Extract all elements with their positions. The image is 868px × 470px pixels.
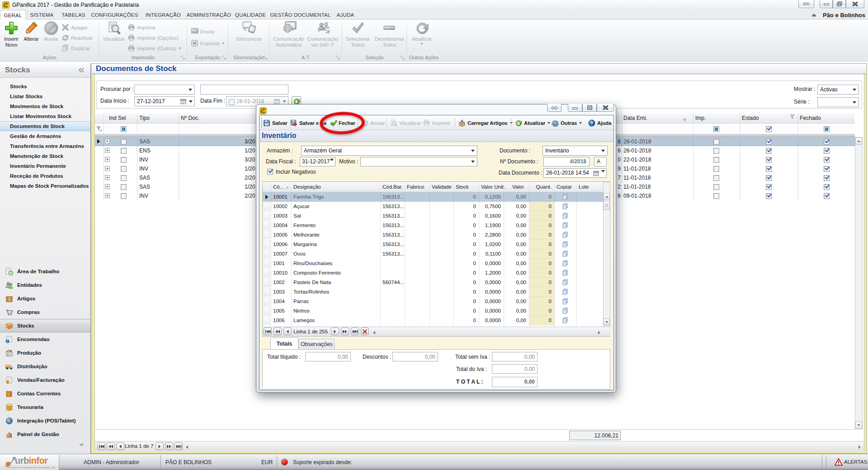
next-page-button[interactable] <box>156 442 164 450</box>
nav-item-integra-o-pos-tablet-[interactable]: Integração (POS/Tablet) <box>0 414 90 427</box>
hscroll-left-icon[interactable] <box>185 444 189 451</box>
column-header-fabrico[interactable]: Fabrico <box>407 184 424 190</box>
sidebar-item-manuten-o-de-stock[interactable]: Manutenção de Stock <box>0 151 90 161</box>
dropdown-caret-icon[interactable] <box>188 97 194 105</box>
scroll-up-button[interactable] <box>855 138 862 145</box>
copy-cell-icon[interactable] <box>562 289 568 295</box>
sidebar-item-rece-o-de-produtos[interactable]: Receção de Produtos <box>0 171 90 181</box>
row-imp-checkbox[interactable] <box>713 175 719 181</box>
data-fiscal-select[interactable]: 31-12-2017 <box>300 157 335 166</box>
dropdown-caret-icon[interactable] <box>601 172 605 179</box>
tab-gest-o-documental[interactable]: GESTÃO DOCUMENTAL <box>269 10 331 19</box>
row-indsel-checkbox[interactable] <box>121 157 127 163</box>
toolbar-button-anular[interactable]: Anular <box>361 118 385 128</box>
resize-arrows-icon[interactable] <box>547 104 561 112</box>
ribbon-button-visualizar[interactable]: Visualizar <box>104 21 124 42</box>
mostrar-select[interactable]: Activas <box>817 85 859 95</box>
close-icon[interactable] <box>597 104 614 112</box>
nav-item-stocks[interactable]: Stocks <box>0 319 90 332</box>
tab-observa-es[interactable]: Observações <box>299 339 335 349</box>
tab-tabelas[interactable]: TABELAS <box>58 10 89 19</box>
inventory-row[interactable]: 10010Composto Fermento01,20000,000 <box>263 268 603 278</box>
data-fim-checkbox[interactable] <box>229 99 235 105</box>
scroll-down-button[interactable] <box>604 318 610 325</box>
row-estado-checkbox[interactable] <box>766 157 772 163</box>
toolbar-button-outras[interactable]: Outras <box>552 118 582 128</box>
inventory-row[interactable]: 1005Ninhos00,00000,000 <box>263 306 603 316</box>
toolbar-button-salvar[interactable]: Salvar <box>263 118 288 128</box>
descontos-field[interactable]: 0,00 <box>392 352 438 361</box>
inventory-row[interactable]: 10002Açucar156313...00,75000,000 <box>263 202 603 211</box>
row-estado-checkbox[interactable] <box>766 184 772 190</box>
column-header-c-[interactable]: Có... <box>273 184 284 190</box>
tab-sistema[interactable]: SISTEMA <box>26 10 58 19</box>
row-expander[interactable]: + <box>105 184 110 189</box>
data-documento-field[interactable]: 26-01-2018 14:54 <box>543 168 607 178</box>
copy-cell-icon[interactable] <box>562 298 568 304</box>
row-estado-checkbox[interactable] <box>766 166 772 172</box>
nav-item-encomendas[interactable]: iEncomendas <box>0 332 90 346</box>
copy-cell-icon[interactable] <box>562 251 568 257</box>
last-page-button[interactable] <box>351 328 359 335</box>
prevpage-page-button[interactable] <box>274 328 282 335</box>
ribbon-button-atualizar[interactable]: Atualizar <box>408 21 436 45</box>
row-imp-checkbox[interactable] <box>713 139 719 145</box>
scroll-up-button[interactable] <box>604 193 610 200</box>
last-page-button[interactable] <box>175 442 183 450</box>
total-field[interactable]: 0,00 <box>492 377 538 387</box>
row-indsel-checkbox[interactable] <box>121 166 127 172</box>
column-header-lote[interactable]: Lote <box>579 184 589 190</box>
inventory-row[interactable]: 10001Farinha Trigo156313...00,12000,000 <box>263 192 603 202</box>
inventory-row[interactable]: 10007Ovos156313...00,11000,000 <box>263 249 603 259</box>
chevron-down-icon[interactable] <box>79 442 84 446</box>
inventory-row[interactable]: 1001Rins/Douchaises00,00000,000 <box>263 259 603 268</box>
total-do-iva-field[interactable]: 0,00 <box>492 364 538 374</box>
copy-cell-icon[interactable] <box>562 222 568 228</box>
row-estado-checkbox[interactable] <box>766 148 772 154</box>
nav-item-tesouraria[interactable]: Tesouraria <box>0 400 90 414</box>
copy-cell-icon[interactable] <box>562 270 568 276</box>
inventory-row[interactable]: 1006Lamegos00,00000,000 <box>263 316 603 325</box>
serie-select[interactable] <box>817 97 859 107</box>
sidebar-item-transfer-ncia-entre-armaz-ns[interactable]: Transferência entre Armazéns <box>0 141 90 151</box>
procurar-por-select[interactable] <box>134 85 195 95</box>
ribbon-button-sincronizar[interactable]: Sincronizar <box>233 21 265 42</box>
chevron-up-icon[interactable] <box>811 12 817 18</box>
row-indsel-checkbox[interactable] <box>121 175 127 181</box>
tab-geral[interactable]: GERAL <box>0 10 26 20</box>
inventory-row[interactable]: 10004Fermento156313...01,19000,000 <box>263 221 603 230</box>
row-expander[interactable]: + <box>105 139 110 144</box>
dropdown-caret-icon[interactable] <box>469 147 476 155</box>
nextpage-page-button[interactable] <box>165 442 173 450</box>
toolbar-button-visualizar[interactable]: Visualizar <box>390 118 421 128</box>
row-indsel-checkbox[interactable] <box>121 139 127 145</box>
tab-administra-o[interactable]: ADMINISTRAÇÃO <box>186 10 231 19</box>
row-indsel-checkbox[interactable] <box>121 184 127 190</box>
toolbar-button-fechar[interactable]: Fechar <box>330 118 355 128</box>
prev-page-button[interactable] <box>116 442 124 450</box>
close-icon[interactable] <box>846 0 864 8</box>
sidebar-item-stocks[interactable]: Stocks <box>0 81 90 91</box>
tab-totais[interactable]: Totais <box>270 337 298 349</box>
chevrons-left-icon[interactable] <box>78 67 85 73</box>
nav-item-contas-correntes[interactable]: Contas Correntes <box>0 387 90 400</box>
column-header-copiar[interactable]: Copiar <box>557 184 572 190</box>
row-expander[interactable]: + <box>105 166 110 171</box>
ribbon-button-duplicar[interactable]: Duplicar <box>62 44 98 52</box>
status-alerts[interactable]: ALERTAS <box>844 459 867 465</box>
row-fechado-checkbox[interactable] <box>824 157 830 163</box>
dropdown-caret-icon[interactable] <box>330 161 334 167</box>
dropdown-caret-icon[interactable] <box>599 147 607 155</box>
column-header-tipo[interactable]: Tipo <box>139 115 150 121</box>
nav-item-entidades[interactable]: Entidades <box>0 278 90 292</box>
prevpage-page-button[interactable] <box>107 442 115 450</box>
copy-cell-icon[interactable] <box>562 279 568 285</box>
inventory-row[interactable]: 10003Sal156313...00,16000,000 <box>263 211 603 221</box>
num-documento-field[interactable]: 4/2018 <box>543 157 590 166</box>
dialog-launcher-icon[interactable] <box>336 55 340 60</box>
column-header-data-emi-[interactable]: Data Emi. <box>623 115 647 121</box>
sidebar-item-gest-o-de-armaz-ns[interactable]: Gestão de Armazéns <box>0 131 90 141</box>
minimize-icon[interactable] <box>820 0 833 8</box>
nav-item-artigos[interactable]: Artigos <box>0 292 90 305</box>
resize-arrows-icon[interactable] <box>798 0 814 8</box>
